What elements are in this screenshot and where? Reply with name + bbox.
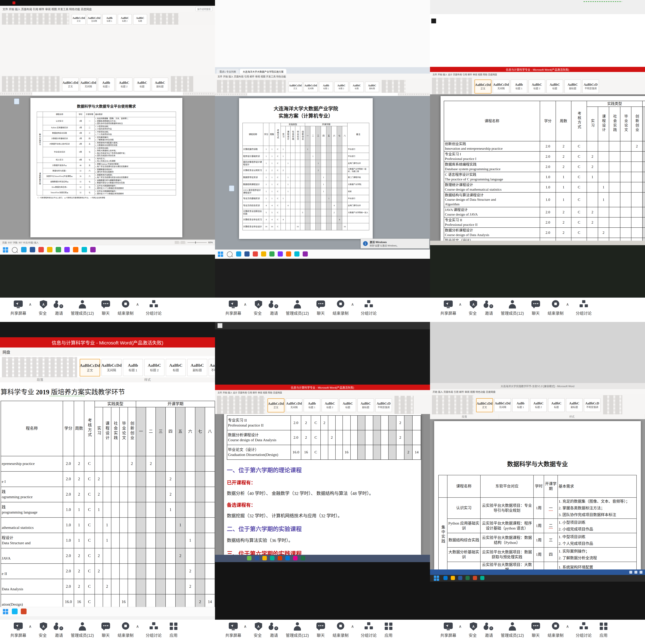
style-option[interactable]: AaBbCcDd无间隔 xyxy=(87,14,101,25)
toolbar-invite-button[interactable]: 邀请 xyxy=(484,622,494,638)
toolbar-shield-button[interactable]: 安全 xyxy=(38,300,47,316)
taskbar-app-icons[interactable] xyxy=(247,556,308,561)
taskbar-app-icons[interactable] xyxy=(236,251,311,257)
app-icon[interactable] xyxy=(73,247,78,252)
toolbar-members-button[interactable]: 管理成员(12) xyxy=(286,300,309,316)
toolbar-invite-button[interactable]: 邀请 xyxy=(269,300,279,316)
toolbar-breakout-button[interactable]: 分组讨论 xyxy=(576,622,592,638)
chevron-up-icon[interactable]: ∧ xyxy=(29,302,32,307)
toolbar-members-button[interactable]: 管理成员(12) xyxy=(501,300,524,316)
app-icon[interactable] xyxy=(303,251,308,257)
toolbar-members-button[interactable]: 管理成员(12) xyxy=(286,622,309,638)
style-option[interactable]: AaBbC标题 xyxy=(350,81,364,92)
app-icon[interactable] xyxy=(286,251,291,257)
toolbar-chat-button[interactable]: 聊天 xyxy=(100,300,111,316)
style-option[interactable]: AaBbC副标题 xyxy=(566,398,583,412)
style-option[interactable]: AaBbC标题 2 xyxy=(334,81,349,92)
app-icon[interactable] xyxy=(278,251,283,257)
style-gallery[interactable]: AaBbCcDd正文AaBbCcDd无间隔AaBb标题 1AaBbC标题 2Aa… xyxy=(288,81,379,92)
style-option[interactable]: AaBbC副标题 xyxy=(564,79,581,93)
style-option[interactable]: AaBbCcDd正文 xyxy=(267,398,284,412)
chevron-up-icon[interactable]: ∧ xyxy=(244,302,247,307)
editing-icons[interactable] xyxy=(603,395,622,415)
app-icon[interactable] xyxy=(451,576,455,580)
windows-taskbar[interactable] xyxy=(0,245,215,255)
search-icon[interactable] xyxy=(12,247,18,253)
style-option[interactable]: AaBb标题 1 xyxy=(303,398,320,412)
app-icon[interactable] xyxy=(473,576,477,580)
chevron-up-icon[interactable]: ∧ xyxy=(459,302,462,307)
start-button-icon[interactable] xyxy=(218,252,223,257)
chevron-up-icon[interactable]: ∧ xyxy=(566,624,569,629)
font-controls-icons[interactable] xyxy=(2,13,69,26)
chevron-up-icon[interactable]: ∧ xyxy=(29,624,32,629)
view-mode-icons[interactable] xyxy=(175,241,186,244)
taskbar-app-icons[interactable] xyxy=(443,576,487,581)
toolbar-shield-button[interactable]: 安全 xyxy=(468,622,477,638)
word-menu-bar[interactable]: 文件 开始 插入 页面布局 引用 邮件 审阅 视图 开发工具 特色功能 百度网盘… xyxy=(0,6,215,12)
style-option[interactable]: AaBbC标题 2 xyxy=(118,14,132,25)
toolbar-shield-button[interactable]: 安全 xyxy=(253,622,262,638)
style-option[interactable]: AaBb标题 1 xyxy=(123,359,143,376)
chevron-up-icon[interactable]: ∧ xyxy=(136,302,139,307)
chevron-up-icon[interactable]: ∧ xyxy=(566,302,569,307)
toolbar-record-stop-button[interactable]: 结束录制 xyxy=(118,300,134,316)
style-option[interactable]: AaBbC标题 2 xyxy=(530,398,547,412)
windows-taskbar[interactable] xyxy=(430,575,645,582)
paragraph-controls-icons[interactable] xyxy=(217,396,265,415)
style-option[interactable]: AaBbCcDd正文 xyxy=(72,14,86,25)
style-option[interactable]: AaBbCcD不明显强调 xyxy=(582,79,599,93)
toolbar-invite-button[interactable]: 邀请 xyxy=(269,622,279,638)
style-option[interactable]: AaBb标题 1 xyxy=(512,398,529,412)
style-option[interactable]: AaBbC标题 xyxy=(134,77,150,91)
style-gallery[interactable]: AaBbCcDd正文AaBbCcDd无间隔AaBb标题 1AaBbC标题 2Aa… xyxy=(267,398,392,412)
toolbar-members-button[interactable]: 管理成员(12) xyxy=(501,622,524,638)
app-icon[interactable] xyxy=(278,556,282,560)
toolbar-record-stop-button[interactable]: 结束录制 xyxy=(333,300,349,316)
app-icon[interactable] xyxy=(458,576,462,580)
editing-icons[interactable] xyxy=(395,396,414,415)
toolbar-invite-button[interactable]: 邀请 xyxy=(54,622,64,638)
app-icon[interactable] xyxy=(261,251,266,257)
toolbar-invite-button[interactable]: 邀请 xyxy=(54,300,64,316)
app-icon[interactable] xyxy=(81,247,87,252)
app-icon[interactable] xyxy=(12,609,18,614)
style-option[interactable]: AaBbC标题 2 xyxy=(528,79,545,93)
toolbar-apps-button[interactable]: 应用 xyxy=(169,622,179,638)
app-icon[interactable] xyxy=(244,251,250,257)
toolbar-breakout-button[interactable]: 分组讨论 xyxy=(361,300,377,316)
word-titlebar-unactivated[interactable]: 信息与计算科学专业 - Microsoft Word(产品激活失败) xyxy=(0,337,215,347)
style-option[interactable]: AaBbC副标题 xyxy=(187,359,207,376)
chevron-up-icon[interactable]: ∧ xyxy=(351,624,354,629)
chevron-up-icon[interactable]: ∧ xyxy=(244,624,247,629)
windows-taskbar[interactable] xyxy=(215,250,430,259)
app-icon[interactable] xyxy=(90,247,96,252)
menu-item-clipped[interactable]: 网盘 xyxy=(3,349,10,355)
toolbar-chat-button[interactable]: 聊天 xyxy=(530,622,541,638)
app-icon[interactable] xyxy=(247,556,251,560)
style-gallery[interactable]: AaBbCcDd正文AaBbCcDd无间隔AaBb标题 1AaBbC标题 2Aa… xyxy=(62,77,168,91)
windows-activation-toast[interactable]: i 激活 Windows 转到“设置”以激活 Windows。 xyxy=(361,239,429,249)
toolbar-screen-share-button[interactable]: 共享屏幕 xyxy=(10,622,26,638)
app-icon[interactable] xyxy=(293,556,297,560)
toolbar-record-stop-button[interactable]: 结束录制 xyxy=(548,622,564,638)
word-titlebar[interactable]: 大连海洋大学实践教学环节-东软V1.0 [兼容模式] - Microsoft W… xyxy=(430,383,645,389)
style-option[interactable]: AaBbC标题 xyxy=(166,359,186,376)
taskbar-app-icons[interactable] xyxy=(21,247,99,253)
toolbar-screen-share-button[interactable]: 共享屏幕 xyxy=(225,300,241,316)
toolbar-shield-button[interactable]: 安全 xyxy=(253,300,262,316)
style-option[interactable]: AaBbCcDd正文 xyxy=(474,79,491,93)
taskbar-app-icons[interactable] xyxy=(12,609,30,615)
style-option[interactable]: AaBb标题 1 xyxy=(98,77,115,91)
toolbar-record-stop-button[interactable]: 结束录制 xyxy=(333,622,349,638)
paragraph-controls-icons[interactable] xyxy=(2,76,59,93)
style-option[interactable]: AaBbC标题 xyxy=(340,398,356,412)
toolbar-invite-button[interactable]: 邀请 xyxy=(484,300,494,316)
style-option[interactable]: AaBb标题 1 xyxy=(102,14,117,25)
toolbar-chat-button[interactable]: 聊天 xyxy=(100,622,111,638)
style-gallery[interactable]: AaBbCcDd正文AaBbCcDd无间隔AaBb标题 1AaBbC标题 2Aa… xyxy=(474,79,599,93)
style-option[interactable]: AaBb标题 1 xyxy=(319,81,333,92)
app-icon[interactable] xyxy=(443,576,448,580)
app-icon[interactable] xyxy=(269,251,274,257)
app-icon[interactable] xyxy=(56,247,61,252)
